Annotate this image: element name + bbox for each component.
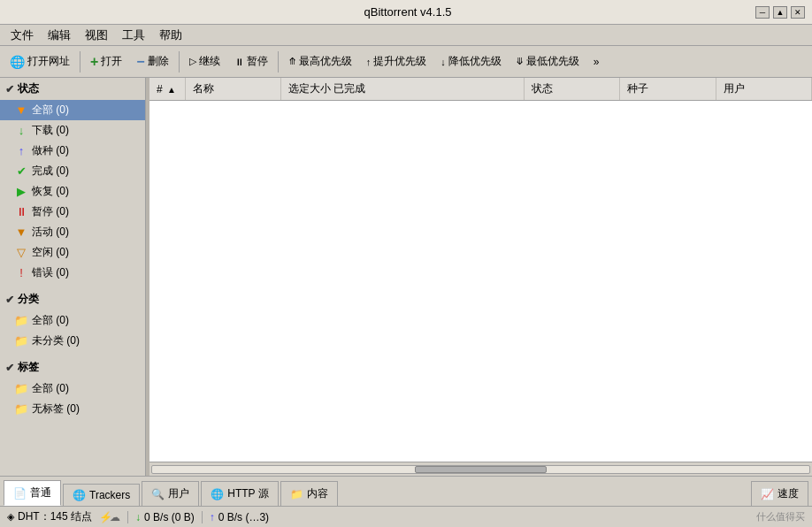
- tab-peers[interactable]: 🔍 用户: [142, 481, 199, 506]
- col-status[interactable]: 状态: [525, 78, 620, 101]
- lower-priority-label: 降低优先级: [448, 54, 502, 69]
- scroll-track[interactable]: [151, 465, 810, 474]
- separator-2: [179, 51, 180, 73]
- open-url-button[interactable]: 🌐 打开网址: [4, 50, 76, 73]
- menu-file[interactable]: 文件: [4, 26, 41, 45]
- downloading-label: 下载 (0): [32, 123, 69, 138]
- dht-icon: ◈: [7, 511, 14, 523]
- col-status-label: 状态: [532, 82, 553, 95]
- resume-label: 继续: [199, 54, 220, 69]
- menu-edit[interactable]: 编辑: [41, 26, 78, 45]
- col-seeds[interactable]: 种子: [620, 78, 716, 101]
- up-speed-text: 0 B/s (…3): [218, 511, 269, 523]
- sidebar-item-paused[interactable]: ⏸ 暂停 (0): [0, 202, 145, 222]
- completed-label: 完成 (0): [32, 164, 69, 179]
- tab-trackers[interactable]: 🌐 Trackers: [63, 484, 140, 506]
- table-header-row: # ▲ 名称 选定大小 已完成 状态 种子: [149, 78, 812, 101]
- tab-http[interactable]: 🌐 HTTP 源: [201, 481, 278, 506]
- sidebar-item-completed[interactable]: ✔ 完成 (0): [0, 161, 145, 181]
- sidebar-item-untagged[interactable]: 📁 无标签 (0): [0, 399, 145, 419]
- sidebar-item-uncategorized[interactable]: 📁 未分类 (0): [0, 331, 145, 351]
- sidebar-item-idle[interactable]: ▽ 空闲 (0): [0, 242, 145, 263]
- col-peers-label: 用户: [724, 82, 745, 95]
- lowest-priority-button[interactable]: ⤋ 最低优先级: [509, 50, 586, 73]
- sidebar-item-all-status[interactable]: ▼ 全部 (0): [0, 100, 145, 120]
- weather-icon: ☁: [110, 511, 120, 523]
- up-arrow-icon: ↑: [366, 57, 372, 67]
- sort-asc-icon: ▲: [167, 85, 176, 95]
- sidebar-item-error[interactable]: ! 错误 (0): [0, 263, 145, 283]
- sidebar-item-seeding[interactable]: ↑ 做种 (0): [0, 141, 145, 161]
- add-icon: +: [90, 54, 98, 70]
- error-icon: !: [14, 266, 28, 279]
- down-arrow-icon: ↓: [440, 57, 446, 67]
- category-section-header[interactable]: ✔ 分类: [0, 288, 145, 310]
- highest-priority-button[interactable]: ⤊ 最高优先级: [282, 50, 358, 73]
- scroll-thumb[interactable]: [415, 466, 547, 473]
- torrent-table[interactable]: # ▲ 名称 选定大小 已完成 状态 种子: [149, 78, 812, 462]
- menu-tools[interactable]: 工具: [115, 26, 152, 45]
- upload-speed: ↑ 0 B/s (…3): [210, 511, 269, 523]
- sidebar-item-resuming[interactable]: ▶ 恢复 (0): [0, 181, 145, 202]
- dht-status: ◈ DHT：145 结点: [7, 509, 92, 524]
- trackers-tab-icon: 🌐: [73, 489, 86, 501]
- resume-button[interactable]: ▷ 继续: [183, 50, 226, 73]
- sidebar-item-all-categories[interactable]: 📁 全部 (0): [0, 310, 145, 331]
- menu-help[interactable]: 帮助: [152, 26, 189, 45]
- open-url-label: 打开网址: [27, 54, 70, 69]
- content-area: # ▲ 名称 选定大小 已完成 状态 种子: [149, 78, 812, 476]
- download-speed: ↓ 0 B/s (0 B): [135, 511, 195, 523]
- category-check-icon: ✔: [5, 294, 14, 306]
- content-tab-icon: 📁: [290, 488, 303, 500]
- col-size-label: 选定大小 已完成: [288, 82, 365, 95]
- speed-tab-label: 速度: [778, 486, 799, 501]
- open-label: 打开: [101, 54, 122, 69]
- sidebar-item-all-tags[interactable]: 📁 全部 (0): [0, 378, 145, 399]
- paused-label: 暂停 (0): [32, 204, 69, 219]
- tab-speed[interactable]: 📈 速度: [751, 481, 808, 506]
- main-content: ✔ 状态 ▼ 全部 (0) ↓ 下载 (0) ↑ 做种 (0) ✔ 完成 (0)…: [0, 78, 812, 476]
- window-controls: ─ ▲ ✕: [755, 6, 805, 19]
- window-title: qBittorrent v4.1.5: [60, 5, 755, 19]
- error-label: 错误 (0): [32, 265, 69, 280]
- peers-tab-icon: 🔍: [151, 488, 165, 500]
- check-icon: ✔: [5, 83, 14, 95]
- bottom-tabs: 📄 普通 🌐 Trackers 🔍 用户 🌐 HTTP 源 📁 内容 📈 速度: [0, 476, 812, 506]
- col-name-label: 名称: [193, 82, 214, 95]
- active-icon: ▼: [14, 225, 28, 239]
- untagged-label: 无标签 (0): [32, 401, 80, 416]
- minimize-button[interactable]: ─: [755, 6, 770, 19]
- folder-all-icon: 📁: [14, 314, 28, 327]
- sidebar-item-active[interactable]: ▼ 活动 (0): [0, 222, 145, 242]
- lowest-priority-label: 最低优先级: [526, 54, 579, 69]
- tag-section-header[interactable]: ✔ 标签: [0, 356, 145, 378]
- col-num[interactable]: # ▲: [149, 78, 185, 101]
- general-tab-icon: 📄: [13, 487, 27, 500]
- horizontal-scrollbar[interactable]: [149, 462, 812, 476]
- col-name[interactable]: 名称: [185, 78, 280, 101]
- tab-general[interactable]: 📄 普通: [4, 480, 61, 506]
- all-categories-label: 全部 (0): [32, 313, 69, 328]
- open-button[interactable]: + 打开: [84, 50, 128, 73]
- menu-view[interactable]: 视图: [78, 26, 115, 45]
- toolbar: 🌐 打开网址 + 打开 − 删除 ▷ 继续 ⏸ 暂停 ⤊ 最高优先级 ↑ 提升优…: [0, 46, 812, 78]
- lower-priority-button[interactable]: ↓ 降低优先级: [434, 50, 508, 73]
- download-icon: ↓: [14, 124, 28, 137]
- highest-priority-icon: ⤊: [288, 56, 296, 67]
- maximize-button[interactable]: ▲: [773, 6, 787, 19]
- status-section-header[interactable]: ✔ 状态: [0, 78, 145, 100]
- close-button[interactable]: ✕: [791, 6, 805, 19]
- sidebar-item-downloading[interactable]: ↓ 下载 (0): [0, 120, 145, 141]
- more-button[interactable]: »: [587, 52, 606, 72]
- pause-filter-icon: ⏸: [14, 205, 28, 218]
- pause-button[interactable]: ⏸ 暂停: [228, 50, 274, 73]
- tab-content[interactable]: 📁 内容: [280, 481, 338, 506]
- col-size[interactable]: 选定大小 已完成: [280, 78, 524, 101]
- all-tags-label: 全部 (0): [32, 381, 69, 396]
- delete-button[interactable]: − 删除: [130, 50, 174, 73]
- col-peers[interactable]: 用户: [716, 78, 811, 101]
- raise-priority-button[interactable]: ↑ 提升优先级: [360, 50, 433, 73]
- http-tab-label: HTTP 源: [227, 486, 268, 501]
- resuming-label: 恢复 (0): [32, 184, 69, 199]
- menu-bar: 文件 编辑 视图 工具 帮助: [0, 25, 812, 46]
